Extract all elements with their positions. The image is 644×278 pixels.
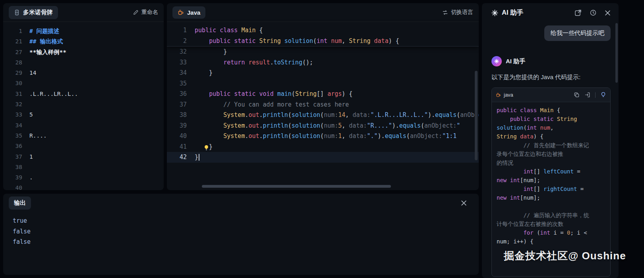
share-button[interactable] <box>574 9 582 16</box>
markdown-text <box>29 141 164 151</box>
ai-avatar <box>491 56 502 66</box>
markdown-line: 30 <box>3 78 164 88</box>
copy-icon <box>574 92 580 98</box>
line-number: 41 <box>167 142 195 152</box>
code-line-text: // You can add more test cases here <box>195 99 479 110</box>
line-number: 40 <box>3 183 29 190</box>
rename-button[interactable]: 重命名 <box>133 9 158 16</box>
hint-button[interactable] <box>600 92 606 98</box>
markdown-text: R.... <box>29 130 164 141</box>
markdown-line: 35R.... <box>3 130 164 141</box>
ai-code-line: 录每个位置左边和右边被推 <box>497 150 605 158</box>
problem-panel: 多米诺骨牌 重命名 1# 问题描述21## 输出格式27**输入样例**2829… <box>3 3 164 190</box>
code-line-text: public class Main { <box>195 25 479 36</box>
code-line[interactable]: 32 } <box>167 47 479 57</box>
line-number: 38 <box>3 162 29 172</box>
code-language-label: java <box>504 92 513 98</box>
close-ai-button[interactable] <box>605 10 611 16</box>
code-line[interactable]: 1public class Main { <box>167 25 479 36</box>
close-icon <box>605 10 611 16</box>
code-line-text <box>195 78 479 89</box>
markdown-text <box>29 162 164 172</box>
copy-code-button[interactable] <box>574 92 580 98</box>
ai-code-block: java <box>491 87 611 277</box>
code-line[interactable]: 33 return result.toString(); <box>167 57 479 68</box>
ai-panel-scrollbar[interactable] <box>615 23 618 83</box>
markdown-text <box>29 120 164 130</box>
ai-code-line: int[] leftCount = <box>497 167 605 176</box>
line-number: 42 <box>167 152 195 163</box>
markdown-text: # 问题描述 <box>29 26 164 36</box>
code-line[interactable]: 35 <box>167 78 479 89</box>
vertical-scrollbar[interactable] <box>475 71 478 160</box>
line-number: 33 <box>167 57 195 68</box>
ai-code-line: new int[num]; <box>497 193 605 202</box>
history-button[interactable] <box>590 9 597 16</box>
line-number: 30 <box>3 78 29 88</box>
markdown-text <box>29 78 164 88</box>
markdown-line: 36 <box>3 141 164 151</box>
line-number: 21 <box>3 36 29 47</box>
ai-header: AI 助手 <box>482 3 619 22</box>
code-line-text: return result.toString(); <box>195 57 479 68</box>
line-number: 28 <box>3 57 29 68</box>
ai-code-line: // 首先创建一个数组来记 <box>497 141 605 150</box>
markdown-text <box>29 183 164 190</box>
line-number: 1 <box>167 25 195 36</box>
markdown-line: 371 <box>3 152 164 162</box>
markdown-text: 5 <box>29 109 164 120</box>
output-panel: 输出 truefalsefalse <box>3 194 479 275</box>
ai-code-line <box>497 202 605 211</box>
markdown-line: 1# 问题描述 <box>3 26 164 36</box>
code-line[interactable]: 40 System.out.println(solution(num:1, da… <box>167 131 479 142</box>
switch-language-button[interactable]: 切换语言 <box>442 9 473 16</box>
code-line[interactable]: 42} <box>167 152 479 163</box>
output-title: 输出 <box>14 199 26 207</box>
code-line-text: System.out.println(solution(num:14, data… <box>195 110 479 121</box>
ai-assistant-panel: AI 助手 <box>482 3 619 278</box>
ai-code-line: // 遍历输入的字符串，统 <box>497 211 605 220</box>
line-number: 29 <box>3 68 29 78</box>
markdown-text: . <box>29 172 164 183</box>
ai-code-line: public static String <box>497 115 605 123</box>
ai-code-line: 的情况 <box>497 158 605 167</box>
code-editor-panel: Java 切换语言 1public class Main {2 public s… <box>167 3 479 190</box>
code-line[interactable]: 41 } <box>167 142 479 152</box>
quickfix-lightbulb-icon[interactable] <box>203 144 209 150</box>
code-line[interactable]: 39 System.out.println(solution(num:5, da… <box>167 121 479 131</box>
code-line[interactable]: 38 System.out.println(solution(num:14, d… <box>167 110 479 121</box>
insert-code-button[interactable] <box>584 92 590 98</box>
markdown-line: 27**输入样例** <box>3 47 164 57</box>
divider <box>595 92 596 98</box>
markdown-line: 39. <box>3 172 164 183</box>
close-output-button[interactable] <box>461 200 467 206</box>
code-line[interactable]: 34 } <box>167 68 479 78</box>
ai-panel-title: AI 助手 <box>491 8 523 17</box>
editor-lines: 32 }33 return result.toString();34 }3536… <box>167 47 479 163</box>
code-line[interactable]: 2 public static String solution(int num,… <box>167 36 479 47</box>
code-line[interactable]: 37 // You can add more test cases here <box>167 99 479 110</box>
line-number: 2 <box>167 36 195 47</box>
output-line: true <box>13 216 479 226</box>
ai-code-line: int[] rightCount = <box>497 185 605 193</box>
ai-code-line: public class Main { <box>497 106 605 115</box>
markdown-line: 31.L.R...LR..L.. <box>3 89 164 99</box>
markdown-line: 28 <box>3 57 164 68</box>
sparkle-icon <box>491 10 498 16</box>
user-message-bubble: 给我一些代码提示吧 <box>544 25 611 41</box>
assistant-name: AI 助手 <box>506 58 525 65</box>
line-number: 35 <box>3 130 29 141</box>
markdown-line: 32 <box>3 99 164 109</box>
language-tab-java[interactable]: Java <box>172 6 205 19</box>
rename-label: 重命名 <box>141 9 158 16</box>
sticky-scroll-lines: 1public class Main {2 public static Stri… <box>167 22 479 47</box>
line-number: 37 <box>3 152 29 162</box>
ai-code-line: num; i++) { <box>497 237 605 246</box>
close-icon <box>461 200 467 206</box>
markdown-text: 14 <box>29 68 164 78</box>
assistant-intro-text: 以下是为您提供的 Java 代码提示: <box>491 74 609 81</box>
markdown-line: 2914 <box>3 68 164 78</box>
code-line[interactable]: 36 public static void main(String[] args… <box>167 89 479 99</box>
horizontal-scrollbar[interactable] <box>202 185 391 188</box>
text-cursor <box>199 154 199 161</box>
